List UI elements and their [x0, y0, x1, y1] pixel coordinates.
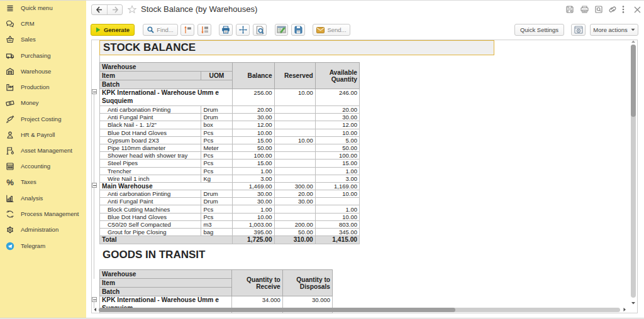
svg-text:%: %	[6, 178, 14, 187]
